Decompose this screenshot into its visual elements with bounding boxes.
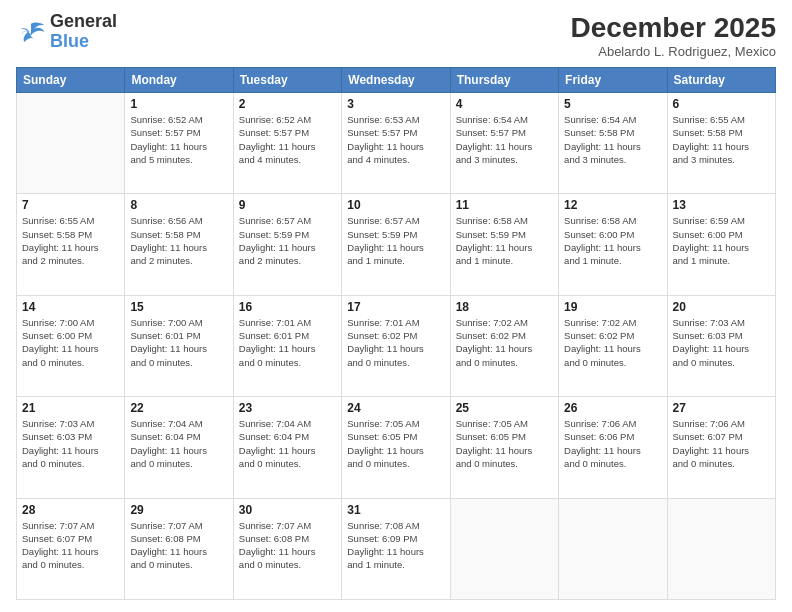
logo: GeneralBlue xyxy=(16,12,117,52)
day-info: Sunrise: 6:54 AMSunset: 5:57 PMDaylight:… xyxy=(456,113,553,166)
logo-icon xyxy=(16,20,46,44)
day-number: 24 xyxy=(347,401,444,415)
calendar-cell: 17Sunrise: 7:01 AMSunset: 6:02 PMDayligh… xyxy=(342,295,450,396)
day-info: Sunrise: 7:01 AMSunset: 6:01 PMDaylight:… xyxy=(239,316,336,369)
calendar-cell: 24Sunrise: 7:05 AMSunset: 6:05 PMDayligh… xyxy=(342,397,450,498)
calendar-cell: 10Sunrise: 6:57 AMSunset: 5:59 PMDayligh… xyxy=(342,194,450,295)
logo-text: GeneralBlue xyxy=(50,12,117,52)
day-number: 27 xyxy=(673,401,770,415)
calendar-cell: 28Sunrise: 7:07 AMSunset: 6:07 PMDayligh… xyxy=(17,498,125,599)
calendar-header-sunday: Sunday xyxy=(17,68,125,93)
day-number: 19 xyxy=(564,300,661,314)
calendar-cell: 11Sunrise: 6:58 AMSunset: 5:59 PMDayligh… xyxy=(450,194,558,295)
day-number: 29 xyxy=(130,503,227,517)
day-info: Sunrise: 7:04 AMSunset: 6:04 PMDaylight:… xyxy=(130,417,227,470)
day-info: Sunrise: 7:03 AMSunset: 6:03 PMDaylight:… xyxy=(673,316,770,369)
calendar-table: SundayMondayTuesdayWednesdayThursdayFrid… xyxy=(16,67,776,600)
calendar-cell: 15Sunrise: 7:00 AMSunset: 6:01 PMDayligh… xyxy=(125,295,233,396)
calendar-cell: 23Sunrise: 7:04 AMSunset: 6:04 PMDayligh… xyxy=(233,397,341,498)
day-info: Sunrise: 7:06 AMSunset: 6:06 PMDaylight:… xyxy=(564,417,661,470)
day-info: Sunrise: 6:57 AMSunset: 5:59 PMDaylight:… xyxy=(239,214,336,267)
calendar-header-wednesday: Wednesday xyxy=(342,68,450,93)
day-info: Sunrise: 6:58 AMSunset: 5:59 PMDaylight:… xyxy=(456,214,553,267)
day-number: 31 xyxy=(347,503,444,517)
day-number: 1 xyxy=(130,97,227,111)
calendar-cell: 2Sunrise: 6:52 AMSunset: 5:57 PMDaylight… xyxy=(233,93,341,194)
calendar-cell: 25Sunrise: 7:05 AMSunset: 6:05 PMDayligh… xyxy=(450,397,558,498)
day-number: 14 xyxy=(22,300,119,314)
day-info: Sunrise: 7:02 AMSunset: 6:02 PMDaylight:… xyxy=(456,316,553,369)
day-number: 26 xyxy=(564,401,661,415)
day-info: Sunrise: 7:01 AMSunset: 6:02 PMDaylight:… xyxy=(347,316,444,369)
calendar-header-monday: Monday xyxy=(125,68,233,93)
day-number: 30 xyxy=(239,503,336,517)
calendar-cell: 29Sunrise: 7:07 AMSunset: 6:08 PMDayligh… xyxy=(125,498,233,599)
day-info: Sunrise: 6:58 AMSunset: 6:00 PMDaylight:… xyxy=(564,214,661,267)
day-info: Sunrise: 6:57 AMSunset: 5:59 PMDaylight:… xyxy=(347,214,444,267)
week-row-3: 14Sunrise: 7:00 AMSunset: 6:00 PMDayligh… xyxy=(17,295,776,396)
day-info: Sunrise: 7:02 AMSunset: 6:02 PMDaylight:… xyxy=(564,316,661,369)
day-info: Sunrise: 7:06 AMSunset: 6:07 PMDaylight:… xyxy=(673,417,770,470)
day-number: 22 xyxy=(130,401,227,415)
calendar-cell: 12Sunrise: 6:58 AMSunset: 6:00 PMDayligh… xyxy=(559,194,667,295)
day-number: 6 xyxy=(673,97,770,111)
calendar-cell: 31Sunrise: 7:08 AMSunset: 6:09 PMDayligh… xyxy=(342,498,450,599)
day-number: 25 xyxy=(456,401,553,415)
day-number: 10 xyxy=(347,198,444,212)
week-row-1: 1Sunrise: 6:52 AMSunset: 5:57 PMDaylight… xyxy=(17,93,776,194)
day-info: Sunrise: 6:53 AMSunset: 5:57 PMDaylight:… xyxy=(347,113,444,166)
calendar-cell: 27Sunrise: 7:06 AMSunset: 6:07 PMDayligh… xyxy=(667,397,775,498)
calendar-cell xyxy=(559,498,667,599)
page-header: GeneralBlue December 2025 Abelardo L. Ro… xyxy=(16,12,776,59)
calendar-cell: 19Sunrise: 7:02 AMSunset: 6:02 PMDayligh… xyxy=(559,295,667,396)
calendar-cell: 13Sunrise: 6:59 AMSunset: 6:00 PMDayligh… xyxy=(667,194,775,295)
day-number: 28 xyxy=(22,503,119,517)
day-number: 16 xyxy=(239,300,336,314)
calendar-cell: 18Sunrise: 7:02 AMSunset: 6:02 PMDayligh… xyxy=(450,295,558,396)
day-number: 5 xyxy=(564,97,661,111)
day-info: Sunrise: 6:55 AMSunset: 5:58 PMDaylight:… xyxy=(673,113,770,166)
calendar-cell: 3Sunrise: 6:53 AMSunset: 5:57 PMDaylight… xyxy=(342,93,450,194)
day-info: Sunrise: 7:00 AMSunset: 6:01 PMDaylight:… xyxy=(130,316,227,369)
day-info: Sunrise: 6:52 AMSunset: 5:57 PMDaylight:… xyxy=(239,113,336,166)
day-info: Sunrise: 7:05 AMSunset: 6:05 PMDaylight:… xyxy=(347,417,444,470)
calendar-cell xyxy=(667,498,775,599)
day-info: Sunrise: 7:04 AMSunset: 6:04 PMDaylight:… xyxy=(239,417,336,470)
calendar-cell: 9Sunrise: 6:57 AMSunset: 5:59 PMDaylight… xyxy=(233,194,341,295)
day-info: Sunrise: 7:05 AMSunset: 6:05 PMDaylight:… xyxy=(456,417,553,470)
day-number: 23 xyxy=(239,401,336,415)
calendar-cell: 1Sunrise: 6:52 AMSunset: 5:57 PMDaylight… xyxy=(125,93,233,194)
calendar-cell: 6Sunrise: 6:55 AMSunset: 5:58 PMDaylight… xyxy=(667,93,775,194)
day-info: Sunrise: 7:08 AMSunset: 6:09 PMDaylight:… xyxy=(347,519,444,572)
calendar-cell: 26Sunrise: 7:06 AMSunset: 6:06 PMDayligh… xyxy=(559,397,667,498)
calendar-header-tuesday: Tuesday xyxy=(233,68,341,93)
day-number: 13 xyxy=(673,198,770,212)
day-info: Sunrise: 6:59 AMSunset: 6:00 PMDaylight:… xyxy=(673,214,770,267)
day-info: Sunrise: 7:03 AMSunset: 6:03 PMDaylight:… xyxy=(22,417,119,470)
week-row-4: 21Sunrise: 7:03 AMSunset: 6:03 PMDayligh… xyxy=(17,397,776,498)
calendar-cell xyxy=(450,498,558,599)
calendar-cell: 5Sunrise: 6:54 AMSunset: 5:58 PMDaylight… xyxy=(559,93,667,194)
calendar-cell xyxy=(17,93,125,194)
calendar-header-row: SundayMondayTuesdayWednesdayThursdayFrid… xyxy=(17,68,776,93)
calendar-header-thursday: Thursday xyxy=(450,68,558,93)
day-number: 9 xyxy=(239,198,336,212)
calendar-header-saturday: Saturday xyxy=(667,68,775,93)
location: Abelardo L. Rodriguez, Mexico xyxy=(571,44,776,59)
day-info: Sunrise: 6:56 AMSunset: 5:58 PMDaylight:… xyxy=(130,214,227,267)
day-number: 20 xyxy=(673,300,770,314)
week-row-2: 7Sunrise: 6:55 AMSunset: 5:58 PMDaylight… xyxy=(17,194,776,295)
day-info: Sunrise: 7:07 AMSunset: 6:08 PMDaylight:… xyxy=(239,519,336,572)
month-title: December 2025 xyxy=(571,12,776,44)
day-number: 11 xyxy=(456,198,553,212)
calendar-cell: 8Sunrise: 6:56 AMSunset: 5:58 PMDaylight… xyxy=(125,194,233,295)
day-info: Sunrise: 6:55 AMSunset: 5:58 PMDaylight:… xyxy=(22,214,119,267)
day-info: Sunrise: 7:00 AMSunset: 6:00 PMDaylight:… xyxy=(22,316,119,369)
calendar-cell: 22Sunrise: 7:04 AMSunset: 6:04 PMDayligh… xyxy=(125,397,233,498)
day-number: 2 xyxy=(239,97,336,111)
day-number: 8 xyxy=(130,198,227,212)
day-number: 18 xyxy=(456,300,553,314)
title-block: December 2025 Abelardo L. Rodriguez, Mex… xyxy=(571,12,776,59)
day-number: 7 xyxy=(22,198,119,212)
week-row-5: 28Sunrise: 7:07 AMSunset: 6:07 PMDayligh… xyxy=(17,498,776,599)
